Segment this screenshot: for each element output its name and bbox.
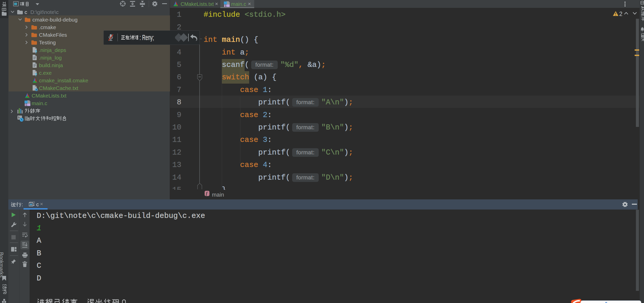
svg-text:C: C: [225, 5, 227, 7]
svg-text:C: C: [26, 104, 27, 106]
